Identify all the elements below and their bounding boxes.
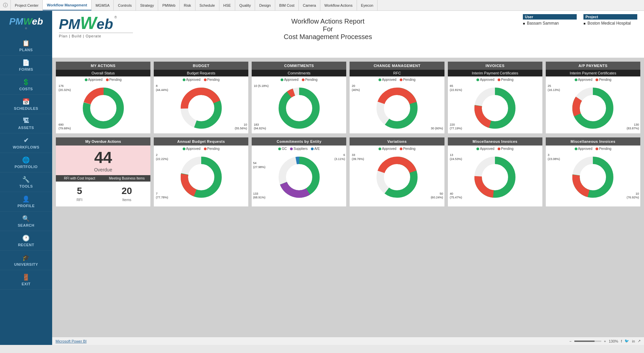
report-meta: User Bassam Samman Project Boston Medica… xyxy=(523,14,637,26)
entity-chart: 6(3.11%) 54(27.98%) 133(68.91%) xyxy=(252,152,346,202)
budget-chart: 8(44.44%) 10(55.56%) xyxy=(154,83,248,133)
top-navigation: ⓘ Project Center Workflow Management MGM… xyxy=(0,0,644,11)
sidebar-item-plans[interactable]: 📋 PLANS xyxy=(0,36,52,56)
entity-header: Commitments by Entity xyxy=(252,137,346,146)
search-icon: 🔍 xyxy=(22,215,30,222)
sidebar-item-forms[interactable]: 📄 FORMS xyxy=(0,56,52,75)
sidebar-item-label: RECENT xyxy=(18,243,34,247)
misc-invoices-2-header: Miscellaneous Invoices xyxy=(546,137,640,146)
report-title-line2: For xyxy=(133,25,523,33)
variations-chart: 33(39.76%) 50(60.24%) xyxy=(350,152,444,202)
card-my-actions: MY ACTIONS Overall Status Approved Pendi… xyxy=(56,61,151,134)
sidebar-item-workflows[interactable]: ✔ WORKFLOWS xyxy=(0,133,52,153)
sidebar-item-label: PORTFOLIO xyxy=(14,165,38,169)
sidebar-item-university[interactable]: 🎓 UNIVERSITY xyxy=(0,251,52,270)
ap-header: A/P PAYMENTS xyxy=(546,62,640,70)
overdue-label: Overdue xyxy=(94,167,112,172)
sidebar-item-costs[interactable]: 💲 COSTS xyxy=(0,75,52,95)
overdue-count: 44 xyxy=(94,150,112,166)
exit-icon: 🚪 xyxy=(22,274,30,281)
sidebar-item-portfolio[interactable]: 🌐 PORTFOLIO xyxy=(0,153,52,172)
social-facebook[interactable]: f xyxy=(621,339,622,343)
recent-icon: 🕐 xyxy=(22,234,30,242)
user-label: User xyxy=(523,14,577,20)
card-commitments: COMMITMENTS Commitments Approved Pending xyxy=(251,61,347,134)
sidebar-item-search[interactable]: 🔍 SEARCH xyxy=(0,212,52,231)
user-meta-box: User Bassam Samman xyxy=(523,14,577,26)
zoom-slider[interactable] xyxy=(574,341,601,342)
nav-workflow-actions[interactable]: Workflow Actions xyxy=(320,0,357,10)
bottom-right: − + 130% f 🐦 in ↗ xyxy=(569,339,641,343)
invoices-header: INVOICES xyxy=(448,62,542,70)
zoom-plus[interactable]: + xyxy=(604,339,606,343)
nav-quality[interactable]: Quality xyxy=(235,0,255,10)
sidebar-item-exit[interactable]: 🚪 EXIT xyxy=(0,270,52,290)
sidebar-item-label: PROFILE xyxy=(17,204,35,208)
commitments-legend: Approved Pending xyxy=(281,76,318,83)
annual-budget-legend: Approved Pending xyxy=(183,146,220,152)
budget-legend: Approved Pending xyxy=(183,76,220,83)
nav-controls[interactable]: Controls xyxy=(114,0,136,10)
nav-camera[interactable]: Camera xyxy=(299,0,320,10)
overdue-header: My Overdue Actions xyxy=(56,137,150,146)
change-header: CHANGE MANAGEMENT xyxy=(350,62,444,70)
social-twitter[interactable]: 🐦 xyxy=(624,339,629,343)
sidebar-item-label: TOOLS xyxy=(19,184,33,188)
nav-design[interactable]: Design xyxy=(255,0,275,10)
assets-icon: 🏗 xyxy=(23,118,29,125)
commitments-subheader: Commitments xyxy=(252,70,346,76)
ap-legend: Approved Pending xyxy=(575,76,612,83)
card-variations: Variations Approved Pending 33(39.76%) xyxy=(349,137,444,207)
variations-legend: Approved Pending xyxy=(379,146,416,152)
card-misc-invoices-2: Miscellaneous Invoices Approved Pending … xyxy=(545,137,641,207)
sidebar-item-tools[interactable]: 🔧 TOOLS xyxy=(0,172,52,192)
social-share[interactable]: ↗ xyxy=(638,339,641,343)
nav-eyecon[interactable]: Eyecon xyxy=(357,0,378,10)
nav-strategy[interactable]: Strategy xyxy=(136,0,158,10)
project-meta-box: Project Boston Medical Hospital xyxy=(583,14,637,26)
invoices-subheader: Interim Payment Certificates xyxy=(448,70,542,76)
my-actions-subheader: Overall Status xyxy=(56,70,150,76)
overdue-col2-header: Meeting Business Items xyxy=(103,175,151,182)
commitments-chart: 10 (5.18%) 183(94.82%) xyxy=(252,83,346,133)
portfolio-icon: 🌐 xyxy=(22,156,30,164)
dashboard-section-1: MY ACTIONS Overall Status Approved Pendi… xyxy=(56,61,641,134)
nav-schedule[interactable]: Schedule xyxy=(195,0,219,10)
entity-legend: GC Suppliers A/E xyxy=(278,146,320,152)
report-title: Workflow Actions Report For Cost Managem… xyxy=(133,14,523,41)
sidebar-item-label: FORMS xyxy=(19,67,33,71)
change-chart: 20(40%) 30 (60%) xyxy=(350,83,444,133)
workflows-icon: ✔ xyxy=(24,137,29,144)
sidebar-item-schedules[interactable]: 📅 SCHEDULES xyxy=(0,95,52,114)
nav-pmweb[interactable]: PMWeb xyxy=(158,0,180,10)
sidebar-item-profile[interactable]: 👤 PROFILE xyxy=(0,192,52,212)
card-misc-invoices-1: Miscellaneous Invoices Approved Pending … xyxy=(448,137,543,207)
nav-workflow-management[interactable]: Workflow Management xyxy=(43,0,92,10)
nav-hse[interactable]: HSE xyxy=(219,0,236,10)
dashboard-section-2: My Overdue Actions 44 Overdue RFI with C… xyxy=(56,137,641,207)
sidebar-item-recent[interactable]: 🕐 RECENT xyxy=(0,231,52,251)
change-legend: Approved Pending xyxy=(379,76,416,83)
invoices-legend: Approved Pending xyxy=(476,76,513,83)
sidebar-item-label: COSTS xyxy=(19,87,33,91)
sidebar-item-assets[interactable]: 🏗 ASSETS xyxy=(0,114,52,133)
nav-project-center[interactable]: Project Center xyxy=(11,0,43,10)
change-subheader: RFC xyxy=(350,70,444,76)
misc-invoices-1-legend: Approved Pending xyxy=(476,146,513,152)
nav-risk[interactable]: Risk xyxy=(180,0,195,10)
budget-header: BUDGET xyxy=(154,62,248,70)
info-icon[interactable]: ⓘ xyxy=(0,0,11,11)
card-commitments-entity: Commitments by Entity GC Suppliers A/E xyxy=(251,137,347,207)
sidebar-item-label: ASSETS xyxy=(18,126,34,130)
zoom-minus[interactable]: − xyxy=(569,339,571,343)
misc-invoices-1-chart: 13(24.53%) 40(75.47%) xyxy=(448,152,542,202)
social-linkedin[interactable]: in xyxy=(632,339,635,343)
tools-icon: 🔧 xyxy=(22,176,30,183)
zoom-level: 130% xyxy=(609,339,618,343)
power-bi-link[interactable]: Microsoft Power BI xyxy=(56,339,86,343)
nav-bim-cost[interactable]: BIM Cost xyxy=(275,0,299,10)
nav-mgmsa[interactable]: MGMSA xyxy=(92,0,114,10)
card-annual-budget: Annual Budget Requests Approved Pending … xyxy=(153,137,249,207)
project-value: Boston Medical Hospital xyxy=(583,21,637,26)
report-title-line3: Cost Management Processes xyxy=(133,33,523,41)
